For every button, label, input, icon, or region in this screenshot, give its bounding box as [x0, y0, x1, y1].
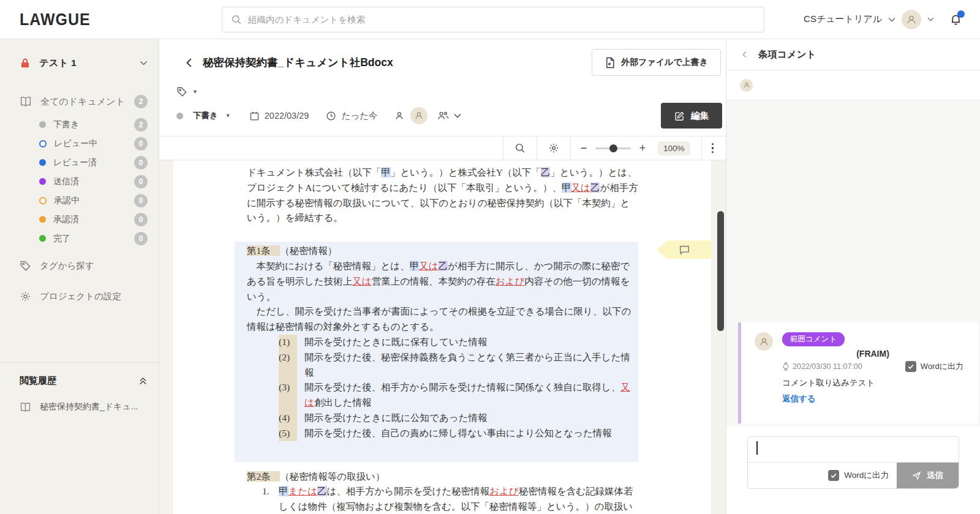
edit-icon [674, 111, 685, 121]
tag-icon [20, 260, 31, 272]
comment-avatar [755, 332, 773, 351]
chevron-down-icon[interactable] [888, 17, 895, 22]
document-toolbar: − + 100% [159, 136, 726, 160]
status-selector[interactable]: 下書き [193, 110, 218, 121]
chevron-down-icon[interactable] [927, 17, 934, 21]
comments-panel: 条項コメント 範囲コメント (FRAIM) [726, 39, 980, 514]
document-scrollbar[interactable] [717, 211, 724, 331]
status-dot-icon [39, 140, 47, 147]
lock-icon [20, 58, 31, 69]
clause-comment-marker[interactable] [657, 240, 712, 259]
doc-article-1[interactable]: 第1条 （秘密情報） 本契約における「秘密情報」とは、甲又は乙が相手方に開示し、… [235, 242, 638, 461]
collapse-panel-button[interactable] [740, 50, 750, 59]
count-badge: 0 [134, 213, 148, 226]
search-input[interactable] [248, 15, 755, 24]
doc-block: ただし、開示を受けた当事者が書面によってその根拠を立証できる場合に限り、以下の情… [247, 304, 638, 335]
count-badge: 0 [134, 232, 148, 245]
send-comment-button[interactable]: 送信 [897, 463, 959, 488]
speech-bubble-icon [679, 245, 690, 255]
sidebar-item-status-approving[interactable]: 承認中 0 [0, 191, 159, 210]
find-in-document-button[interactable] [503, 136, 537, 160]
sidebar-item-status-approved[interactable]: 承認済 0 [0, 210, 159, 229]
doc-block: 第1条 （秘密情報） [247, 244, 638, 259]
comment-input-card: Wordに出力 送信 [747, 436, 959, 489]
zoom-out-button[interactable]: − [578, 142, 589, 155]
zoom-slider[interactable] [595, 147, 631, 149]
owner-avatar[interactable] [410, 107, 428, 124]
count-badge: 2 [134, 95, 148, 108]
more-options-button[interactable] [702, 143, 724, 154]
history-item-document[interactable]: 秘密保持契約書_ドキュ... [0, 395, 159, 419]
edit-button[interactable]: 編集 [661, 103, 722, 128]
global-search[interactable] [222, 7, 764, 32]
doc-block: 第2条 （秘密情報等の取扱い） [247, 469, 638, 485]
document-date: 2022/03/29 [265, 111, 309, 121]
book-icon [20, 402, 31, 412]
comments-list: 範囲コメント (FRAIM) 2022/03/30 11:07:00 [726, 100, 980, 426]
commenter-avatar [740, 79, 753, 92]
count-badge: 2 [134, 118, 148, 132]
watch-icon [782, 362, 790, 371]
comment-text: コメント取り込みテスト [782, 378, 963, 389]
tag-dropdown-icon[interactable]: ▼ [192, 89, 198, 95]
sidebar-item-project-settings[interactable]: プロジェクトの設定 [0, 283, 159, 309]
document-area: 秘密保持契約書_ドキュメント社Bdocx 外部ファイルで上書き ▼ 下書き ▼ [159, 39, 726, 514]
sidebar-item-status-sent[interactable]: 送信済 0 [0, 172, 159, 191]
comment-timestamp-row: 2022/03/30 11:07:00 [782, 362, 862, 371]
gear-icon [20, 291, 31, 302]
doc-block: 本契約における「秘密情報」とは、甲又は乙が相手方に開示し、かつ開示の際に秘密であ… [247, 259, 638, 304]
sidebar-item-status-reviewed[interactable]: レビュー済 0 [0, 153, 159, 172]
people-icon[interactable] [437, 111, 449, 121]
send-icon [912, 471, 921, 480]
file-upload-icon [605, 57, 615, 69]
doc-article-2[interactable]: 第2条 （秘密情報等の取扱い）1.甲または乙は、相手方から開示を受けた秘密情報お… [247, 469, 638, 514]
status-dot-icon [39, 197, 47, 204]
document-page: ドキュメント株式会社（以下「甲」という。）と株式会社Y（以下「乙」という。）とは… [173, 160, 711, 514]
doc-block: (2)開示を受けた後、秘密保持義務を負うことなく第三者から正当に入手した情報 [247, 350, 638, 381]
status-dot-icon [176, 113, 183, 119]
book-icon [20, 96, 32, 107]
doc-preamble[interactable]: ドキュメント株式会社（以下「甲」という。）と株式会社Y（以下「乙」という。）とは… [247, 165, 638, 226]
history-header[interactable]: 閲覧履歴 [0, 367, 159, 395]
word-export-checkbox[interactable] [828, 470, 839, 481]
doc-block: ドキュメント株式会社（以下「甲」という。）と株式会社Y（以下「乙」という。）とは… [247, 165, 638, 226]
history-section: 閲覧履歴 秘密保持契約書_ドキュ... [0, 362, 159, 514]
overwrite-from-file-button[interactable]: 外部ファイルで上書き [592, 49, 721, 76]
comment-card[interactable]: 範囲コメント (FRAIM) 2022/03/30 11:07:00 [738, 322, 978, 423]
comment-type-badge: 範囲コメント [782, 332, 845, 346]
person-icon [394, 111, 404, 121]
back-button[interactable] [184, 57, 195, 69]
document-body: ドキュメント株式会社（以下「甲」という。）と株式会社Y（以下「乙」という。）とは… [159, 160, 726, 514]
view-settings-button[interactable] [537, 136, 570, 160]
comment-author-name: (FRAIM) [782, 349, 963, 359]
project-selector[interactable]: テスト 1 [0, 48, 159, 78]
calendar-icon [249, 111, 260, 121]
tag-icon[interactable] [176, 86, 187, 97]
org-switcher[interactable]: CSチュートリアル [804, 13, 882, 25]
notifications-button[interactable] [949, 12, 963, 26]
status-dot-icon [39, 216, 46, 223]
comments-panel-header: 条項コメント [726, 39, 980, 70]
topbar: LAWGUE CSチュートリアル [0, 0, 980, 39]
status-dropdown-icon[interactable]: ▼ [225, 113, 231, 119]
document-header: 秘密保持契約書_ドキュメント社Bdocx 外部ファイルで上書き ▼ 下書き ▼ [159, 39, 726, 136]
chevron-down-icon[interactable] [454, 113, 461, 118]
word-export-checkbox[interactable] [905, 361, 916, 372]
document-content[interactable]: ドキュメント株式会社（以下「甲」という。）と株式会社Y（以下「乙」という。）とは… [173, 160, 711, 514]
zoom-in-button[interactable]: + [637, 142, 648, 155]
collapse-icon[interactable] [138, 376, 148, 386]
word-export-label: Wordに出力 [844, 470, 889, 481]
status-dot-icon [39, 121, 46, 128]
comment-input[interactable] [748, 437, 959, 462]
sidebar-item-tags[interactable]: タグから探す [0, 253, 159, 278]
zoom-slider-knob[interactable] [609, 144, 617, 152]
sidebar-item-status-in-review[interactable]: レビュー中 0 [0, 134, 159, 153]
sidebar-item-status-draft[interactable]: 下書き 2 [0, 115, 159, 134]
reply-link[interactable]: 返信する [782, 393, 963, 404]
doc-block: (4)開示を受けたときに既に公知であった情報 [247, 411, 638, 426]
status-dot-icon [39, 178, 46, 185]
status-dot-icon [39, 235, 46, 242]
sidebar-item-all-documents[interactable]: 全てのドキュメント 2 [0, 88, 159, 115]
user-avatar[interactable] [902, 10, 921, 29]
sidebar-item-status-done[interactable]: 完了 0 [0, 229, 159, 248]
